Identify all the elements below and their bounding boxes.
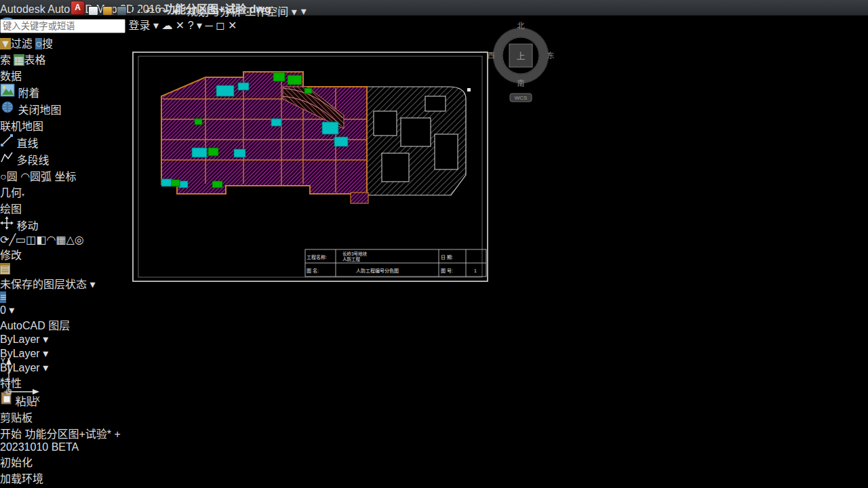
line-icon (0, 134, 14, 147)
compass-south-label: 南 (517, 79, 525, 87)
scale-icon[interactable]: △ (66, 234, 75, 245)
panel-label-data[interactable]: 数据 (0, 67, 62, 83)
globe-icon (0, 100, 15, 114)
chevron-down-icon: ▾ (292, 6, 297, 18)
map-close-button[interactable]: 关闭地图 (0, 100, 65, 117)
layer-state-value: 未保存的图层状态 (0, 279, 87, 290)
ribbon-panel-layers: ▤ 未保存的图层状态 ▾ ≡ 0 ▾ AutoCAD 图层 (0, 262, 136, 333)
rotate-icon[interactable]: ⟳ (0, 234, 9, 245)
wcs-label: WCS (515, 95, 528, 101)
panel-label-layers[interactable]: AutoCAD 图层 (0, 317, 136, 333)
draw-polyline-button[interactable]: 多段线 (0, 150, 81, 167)
ucs-icon: Y X (0, 351, 47, 405)
drawing-paper[interactable]: 工程名称: 长岭3号地块 人防工程 日 期: 图 名: 人防工程编号分色图 图 … (132, 52, 488, 282)
map-image-icon (0, 83, 15, 97)
undo-icon[interactable]: ↶ (145, 5, 154, 18)
array-icon[interactable]: ▦ (56, 234, 66, 245)
circle-icon: ○ (0, 171, 7, 182)
share-icon[interactable]: ☁ (161, 20, 172, 31)
fillet-icon[interactable]: ◠ (46, 234, 56, 245)
document-tab-bar: 开始 功能分区图+试验* + (0, 425, 868, 441)
draw-circle-button[interactable]: ○圆 (0, 171, 18, 182)
panel-label-clipboard[interactable]: 剪贴板 (0, 409, 38, 425)
layer-properties-icon: ≡ (0, 291, 6, 303)
svg-text:图 号:: 图 号: (441, 268, 453, 274)
help-button[interactable]: ? (188, 20, 194, 31)
layer-value: 0 (0, 304, 6, 316)
svg-text:图 名:: 图 名: (307, 268, 319, 274)
modify-move-button[interactable]: 移动 (0, 216, 80, 233)
ucs-y-label: Y (1, 357, 5, 365)
panel-label-draw[interactable]: 绘图 (0, 200, 81, 216)
plan-purple-tab (351, 192, 368, 203)
object-color-value: ByLayer (0, 333, 40, 345)
qat-overflow-icon[interactable]: ▾ (301, 5, 307, 18)
help-search-field[interactable] (0, 20, 128, 31)
polyline-label: 多段线 (16, 155, 49, 166)
signin-chevron-icon[interactable]: ▾ (153, 20, 159, 31)
autocad-logo-icon[interactable]: A (71, 1, 85, 15)
search-small-icon: ○ (35, 38, 42, 49)
window-close-button[interactable]: ✕ (228, 20, 237, 31)
new-drawing-tab-button[interactable]: + (115, 428, 121, 440)
tree-label: 加载环境 (0, 473, 43, 485)
help-chevron-icon[interactable]: ▾ (197, 20, 202, 31)
map-attach-label: 附着 (18, 87, 39, 99)
palette-header[interactable]: 20231010 BETA (0, 441, 868, 453)
exchange-icon[interactable]: ✕ (176, 20, 184, 31)
map-attach-button[interactable]: 附着 (0, 83, 65, 100)
titlebar: A ↶ ↷ ✦ “规划与分析”工作空间 ▾ ▾ Autodesk AutoCAD… (0, 0, 868, 16)
map-close-label: 关闭地图 (18, 104, 61, 116)
object-color-dropdown[interactable]: ByLayer ▾ (0, 333, 102, 346)
table-icon: ▦ (14, 54, 24, 66)
plot-icon[interactable] (131, 6, 141, 16)
tree-section-初始化[interactable]: 初始化 (0, 453, 868, 470)
compass-east-label: 东 (547, 52, 555, 60)
plan-marker (467, 88, 471, 92)
signin-button[interactable]: 登录 (128, 20, 150, 31)
polyline-icon (0, 150, 14, 164)
draw-arc-button[interactable]: ◠圆弧 (20, 171, 52, 182)
move-icon (0, 216, 14, 230)
compass-north-label: 北 (517, 22, 525, 30)
workspace-label: “规划与分析”工作空间 (184, 6, 289, 18)
open-file-icon[interactable] (102, 6, 113, 16)
workspace-switcher[interactable]: ✦ “规划与分析”工作空间 ▾ (172, 3, 297, 19)
svg-text:长岭3号地块: 长岭3号地块 (342, 251, 368, 257)
copy-icon[interactable]: ◫ (26, 234, 36, 245)
window-restore-button[interactable]: ◻ (216, 20, 224, 31)
search-input[interactable] (0, 19, 125, 33)
erase-icon[interactable]: ▭ (16, 234, 26, 245)
quick-access-toolbar: ↶ ↷ ✦ “规划与分析”工作空间 ▾ ▾ (88, 3, 307, 19)
layer-state-icon: ▤ (0, 263, 10, 274)
layer-dropdown[interactable]: 0 ▾ (0, 304, 136, 317)
data-filter-button[interactable]: ▼过滤 (0, 38, 33, 49)
panel-label-onlinemap[interactable]: 联机地图 (0, 117, 65, 134)
svg-text:人防工程编号分色图: 人防工程编号分色图 (356, 268, 399, 274)
panel-label-modify[interactable]: 修改 (0, 246, 80, 262)
viewcube-compass[interactable]: 上 北 南 西 东 WCS (475, 14, 570, 112)
line-label: 直线 (16, 138, 38, 149)
ribbon-panel-onlinemap: 附着 关闭地图 联机地图 (0, 83, 65, 134)
mirror-icon[interactable]: ◧ (36, 234, 46, 245)
data-table-button[interactable]: ▦表格 (14, 54, 45, 66)
svg-text:工程名称:: 工程名称: (307, 254, 327, 260)
layer-state-dropdown[interactable]: 未保存的图层状态 ▾ (0, 275, 136, 291)
chevron-down-icon: ▾ (9, 304, 14, 316)
tree-item-加载环境[interactable]: 加载环境 (0, 470, 868, 486)
save-file-icon[interactable] (117, 6, 127, 16)
new-file-icon[interactable] (88, 6, 98, 16)
filter-icon: ▼ (0, 38, 11, 49)
window-minimize-button[interactable]: ─ (205, 20, 213, 31)
move-label: 移动 (16, 220, 38, 232)
viewcube-face-label: 上 (516, 51, 525, 61)
ucs-x-label: X (35, 396, 40, 403)
svg-text:人防工程: 人防工程 (342, 256, 361, 262)
offset-icon[interactable]: ◎ (75, 234, 84, 245)
doc-tab-start[interactable]: 开始 (0, 428, 22, 440)
doc-tab-active[interactable]: 功能分区图+试验* (24, 428, 111, 440)
ribbon-panel-draw: 直线 多段线 ○圆 ◠圆弧 坐标几何▾ 绘图 (0, 134, 81, 216)
draw-line-button[interactable]: 直线 (0, 134, 81, 150)
redo-icon[interactable]: ↷ (158, 5, 167, 18)
trim-icon[interactable]: ╱ (9, 234, 16, 245)
